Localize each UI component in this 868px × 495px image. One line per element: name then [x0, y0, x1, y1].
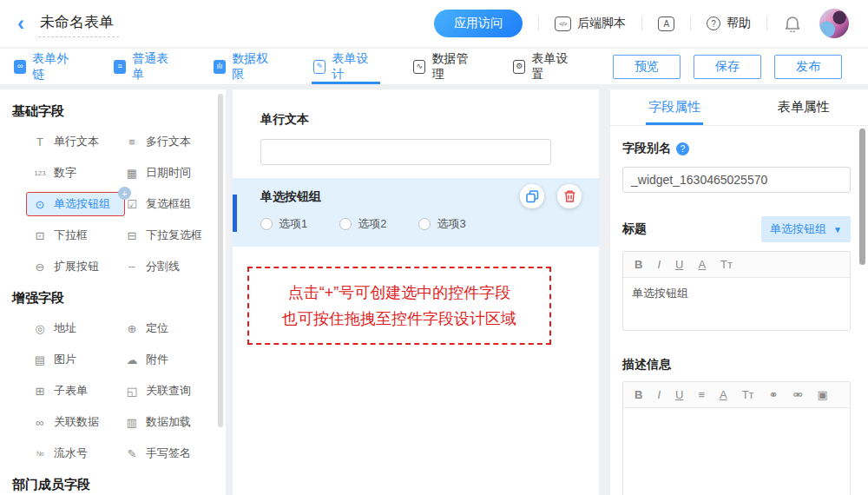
copy-widget-button[interactable] — [520, 184, 544, 208]
form-title: 未命名表单 — [40, 14, 114, 30]
divider — [766, 16, 767, 30]
sidebar-item-label: 图片 — [54, 352, 76, 367]
attachment-icon: ☁ — [125, 353, 139, 366]
sidebar-item-image[interactable]: ▤图片 — [33, 352, 76, 367]
sidebar-item-linked-data[interactable]: ∞关联数据 — [33, 414, 99, 430]
sidebar-item-linked-query[interactable]: ◱关联查询 — [125, 383, 191, 399]
sidebar-item-multi-select[interactable]: ⊟下拉复选框 — [125, 228, 202, 243]
multi-line-text-icon: ≡ — [125, 135, 139, 148]
sidebar-item-extend-button[interactable]: ⊖扩展按钮 — [33, 259, 99, 274]
sidebar-item-label: 子表单 — [54, 383, 88, 399]
sidebar-item-address[interactable]: ◎地址 — [33, 320, 76, 336]
tab-form-external-link[interactable]: ∞表单外链 — [14, 49, 76, 84]
section-heading: 部门成员字段 — [12, 477, 226, 493]
tab-field-properties[interactable]: 字段属性 — [610, 89, 740, 125]
italic-icon[interactable]: I — [657, 259, 661, 270]
link-icon[interactable]: ⚭ — [769, 389, 779, 400]
radio-option-label: 选项1 — [279, 216, 307, 232]
font-size-icon[interactable]: Tᴛ — [720, 259, 733, 270]
user-avatar[interactable] — [819, 9, 849, 38]
tab-form-settings[interactable]: ⚙表单设置 — [513, 49, 575, 84]
title-editor-content[interactable]: 单选按钮组 — [623, 278, 850, 330]
radio-group-widget-selected[interactable]: 单选按钮组 选项1选项2选项3 — [233, 178, 599, 247]
sidebar-item-multi-line-text[interactable]: ≡多行文本 — [125, 134, 191, 149]
font-color-icon[interactable]: A — [698, 259, 706, 270]
field-alias-input[interactable] — [622, 167, 851, 193]
single-line-text-field[interactable]: 单行文本 — [233, 89, 599, 165]
back-icon[interactable]: ‹ — [17, 13, 24, 34]
address-icon: ◎ — [33, 322, 47, 335]
tab-form-properties[interactable]: 表单属性 — [740, 89, 868, 125]
description-rich-text-editor: BIU≡ATᴛ⚭⚮▣ — [622, 381, 851, 495]
help-button[interactable]: ? 帮助 — [707, 16, 751, 31]
unlink-icon[interactable]: ⚮ — [792, 389, 802, 400]
description-editor-content[interactable] — [623, 408, 850, 495]
save-button[interactable]: 保存 — [694, 55, 761, 79]
sidebar-item-datetime[interactable]: ▦日期时间 — [125, 165, 191, 181]
text-input[interactable] — [260, 139, 551, 165]
sidebar-item-select[interactable]: ⊡下拉框 — [33, 228, 88, 243]
delete-widget-button[interactable] — [557, 184, 582, 208]
tab-data-permission[interactable]: ılı数据权限 — [214, 49, 275, 84]
selection-bar — [233, 195, 237, 232]
datetime-icon: ▦ — [125, 167, 139, 180]
radio-option[interactable]: 选项1 — [260, 216, 307, 232]
help-tooltip-icon[interactable]: ? — [676, 142, 689, 155]
sidebar-item-number[interactable]: 123数字 — [33, 165, 76, 181]
radio-circle-icon[interactable] — [260, 218, 273, 230]
radio-circle-icon[interactable] — [339, 218, 352, 230]
title-field-dropdown[interactable]: 单选按钮组 ▼ — [761, 216, 851, 242]
sidebar-item-label: 数字 — [54, 165, 76, 181]
drag-hint-box: 点击“+”号可创建选中的控件字段 也可按住拖拽至控件字段设计区域 — [247, 267, 551, 345]
serial-number-icon: № — [33, 450, 47, 458]
font-color-icon[interactable]: A — [720, 389, 727, 400]
backend-script-button[interactable]: </> 后端脚本 — [555, 16, 626, 31]
bold-icon[interactable]: B — [635, 259, 642, 270]
hint-text-line1: 点击“+”号可创建选中的控件字段 — [253, 280, 546, 306]
form-title-wrap[interactable]: 未命名表单 — [38, 10, 119, 37]
sidebar-item-location[interactable]: ⊕定位 — [125, 320, 168, 336]
sidebar-item-label: 扩展按钮 — [54, 259, 99, 274]
underline-icon[interactable]: U — [675, 389, 683, 400]
checkbox-group-icon: ☑ — [125, 198, 139, 211]
sidebar-item-divider[interactable]: ╌分割线 — [125, 259, 180, 274]
font-size-icon[interactable]: Tᴛ — [742, 389, 754, 400]
radio-option[interactable]: 选项3 — [418, 216, 465, 232]
tab-label: 表单设置 — [531, 51, 575, 82]
bold-icon[interactable]: B — [635, 389, 642, 400]
sidebar-item-label: 单行文本 — [54, 134, 99, 149]
sidebar-item-attachment[interactable]: ☁附件 — [125, 352, 168, 367]
radio-circle-icon[interactable] — [418, 218, 431, 230]
app-access-button[interactable]: 应用访问 — [434, 10, 523, 37]
radio-option[interactable]: 选项2 — [339, 216, 386, 232]
tab-data-manage[interactable]: ∿数据管理 — [413, 49, 475, 84]
insert-image-icon[interactable]: ▣ — [817, 389, 827, 400]
sidebar-item-checkbox-group[interactable]: ☑复选框组 — [125, 196, 191, 212]
tab-form-design[interactable]: ✎表单设计 — [313, 49, 375, 84]
align-icon[interactable]: ≡ — [698, 389, 705, 400]
sidebar-item-radio-group[interactable]: ⊙单选按钮组+ — [27, 193, 124, 215]
divider-icon: ╌ — [125, 261, 139, 274]
tab-normal-form[interactable]: ≡普通表单 — [114, 49, 175, 84]
section-items: ◎地址⊕定位▤图片☁附件⊞子表单◱关联查询∞关联数据▥数据加载№流水号✎手写签名 — [33, 320, 226, 461]
panel-scrollbar[interactable] — [859, 129, 865, 265]
sidebar-item-subform[interactable]: ⊞子表单 — [33, 383, 88, 399]
sidebar-item-data-load[interactable]: ▥数据加载 — [125, 414, 191, 430]
publish-button[interactable]: 发布 — [774, 55, 842, 79]
field-library-sidebar: 基础字段T单行文本≡多行文本123数字▦日期时间⊙单选按钮组+☑复选框组⊡下拉框… — [0, 89, 226, 495]
doc-gear-icon: ⚙ — [513, 60, 525, 74]
sidebar-item-serial-number[interactable]: №流水号 — [33, 446, 88, 461]
link-icon: ∞ — [14, 60, 26, 74]
sidebar-scrollbar[interactable] — [218, 94, 223, 427]
trash-icon — [563, 189, 576, 203]
sidebar-item-signature[interactable]: ✎手写签名 — [125, 446, 191, 461]
sidebar-item-single-line-text[interactable]: T单行文本 — [33, 134, 99, 149]
notification-bell-icon[interactable] — [785, 15, 800, 32]
contacts-icon[interactable]: A — [658, 16, 674, 31]
preview-button[interactable]: 预览 — [613, 55, 681, 79]
underline-icon[interactable]: U — [675, 259, 683, 270]
italic-icon[interactable]: I — [657, 389, 661, 400]
single-line-text-icon: T — [33, 135, 47, 148]
field-alias-label: 字段别名 — [622, 141, 671, 156]
code-icon: </> — [555, 16, 571, 31]
